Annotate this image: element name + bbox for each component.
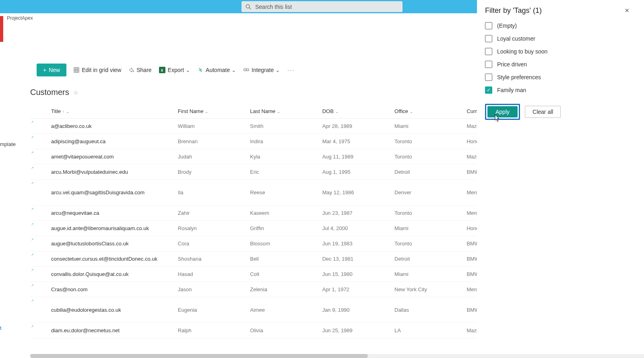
- edit-grid-view-button[interactable]: Edit in grid view: [74, 67, 121, 73]
- cell-office: Detroit: [391, 251, 463, 267]
- cell-last-name: Eric: [247, 165, 319, 180]
- cell-title[interactable]: ↗arcu.Morbi@vulputateduinec.edu: [30, 165, 175, 180]
- scrollbar-thumb[interactable]: [30, 354, 368, 358]
- chevron-down-icon: ⌄: [66, 109, 69, 114]
- cell-first-name: Shoshana: [175, 251, 247, 267]
- cell-last-name: Blossom: [247, 236, 319, 251]
- col-header-dob[interactable]: DOB⌄: [319, 104, 391, 119]
- cell-last-name: Olivia: [247, 323, 319, 338]
- checkbox[interactable]: [485, 74, 492, 81]
- cell-last-name: Kaseem: [247, 206, 319, 221]
- leftnav-item-template[interactable]: mplate: [0, 139, 16, 150]
- svg-line-1: [249, 8, 251, 9]
- col-header-last-name[interactable]: Last Name⌄: [247, 104, 319, 119]
- chevron-down-icon: ⌄: [186, 67, 190, 73]
- horizontal-scrollbar[interactable]: [30, 354, 644, 358]
- chevron-down-icon: ⌄: [277, 109, 280, 114]
- filter-option-label: Looking to buy soon: [497, 48, 547, 55]
- checkbox[interactable]: [485, 61, 492, 68]
- svg-rect-8: [247, 69, 249, 71]
- cell-first-name: Eugenia: [175, 297, 247, 323]
- cell-last-name: Bell: [247, 251, 319, 267]
- cell-dob: Jun 25, 1989: [319, 323, 391, 338]
- cell-title[interactable]: ↗arcu.vel.quam@sagittisDuisgravida.com: [30, 180, 175, 206]
- cell-office: LA: [391, 323, 463, 338]
- col-header-first-name[interactable]: First Name⌄: [175, 104, 247, 119]
- share-button[interactable]: Share: [128, 67, 151, 73]
- chevron-down-icon: ⌄: [335, 109, 339, 114]
- cell-office: Miami: [391, 119, 463, 134]
- filter-option[interactable]: Style preferences: [485, 71, 636, 84]
- checkbox[interactable]: [485, 35, 492, 42]
- checkbox[interactable]: [485, 22, 492, 29]
- search-icon: [246, 4, 251, 10]
- checkbox[interactable]: [485, 48, 492, 55]
- filter-option[interactable]: Loyal customer: [485, 32, 636, 45]
- export-label: Export: [168, 67, 184, 73]
- leftnav-item-bottom[interactable]: t: [0, 323, 16, 333]
- cell-office: Dallas: [391, 297, 463, 323]
- automate-button[interactable]: Automate ⌄: [198, 67, 236, 73]
- cell-title[interactable]: ↗convallis.dolor.Quisque@at.co.uk: [30, 267, 175, 282]
- cell-dob: Aug 11, 1989: [319, 149, 391, 165]
- col-header-title[interactable]: Title↑⌄: [30, 104, 175, 119]
- cell-first-name: William: [175, 119, 247, 134]
- cell-dob: Jan 9, 1990: [319, 297, 391, 323]
- cell-first-name: Hasad: [175, 267, 247, 282]
- site-logo-fragment: [0, 16, 3, 42]
- apply-button[interactable]: Apply: [487, 106, 518, 117]
- cell-office: Detroit: [391, 165, 463, 180]
- checkbox[interactable]: [485, 86, 492, 94]
- search-input[interactable]: Search this list: [242, 1, 402, 12]
- export-button[interactable]: x Export ⌄: [159, 67, 190, 73]
- integrate-button[interactable]: Integrate ⌄: [244, 67, 280, 73]
- cell-title[interactable]: ↗adipiscing@augueut.ca: [30, 134, 175, 149]
- cell-first-name: Ila: [175, 180, 247, 206]
- site-name[interactable]: ProjectApex: [7, 15, 33, 21]
- cell-last-name: Colt: [247, 267, 319, 282]
- sort-asc-icon: ↑: [62, 109, 64, 114]
- cell-title[interactable]: ↗consectetuer.cursus.et@tinciduntDonec.c…: [30, 251, 175, 267]
- cell-dob: Apr 1, 1972: [319, 282, 391, 297]
- filter-panel-header: Filter by 'Tags' (1) ✕: [485, 4, 636, 19]
- cell-office: New York City: [391, 282, 463, 297]
- apply-button-highlight: Apply: [485, 104, 520, 120]
- cell-office: Toronto: [391, 206, 463, 221]
- plus-icon: +: [43, 67, 46, 73]
- new-button[interactable]: + New: [37, 64, 66, 76]
- cell-title[interactable]: ↗a@aclibero.co.uk: [30, 119, 175, 134]
- filter-option[interactable]: Looking to buy soon: [485, 45, 636, 58]
- filter-panel-title: Filter by 'Tags' (1): [485, 6, 542, 15]
- filter-option[interactable]: Family man: [485, 84, 636, 97]
- cell-title[interactable]: ↗arcu@nequevitae.ca: [30, 206, 175, 221]
- cell-office: Miami: [391, 221, 463, 236]
- close-icon[interactable]: ✕: [618, 6, 636, 15]
- cell-title[interactable]: ↗augue@luctuslobortisClass.co.uk: [30, 236, 175, 251]
- svg-rect-7: [244, 69, 246, 71]
- cell-first-name: Cora: [175, 236, 247, 251]
- cell-dob: Aug 1, 1995: [319, 165, 391, 180]
- chevron-down-icon: ⌄: [205, 109, 208, 114]
- integrate-label: Integrate: [252, 67, 274, 73]
- cell-title[interactable]: ↗cubilia@eudoloregestas.co.uk: [30, 297, 175, 323]
- cell-office: Toronto: [391, 149, 463, 165]
- more-button[interactable]: ···: [287, 67, 295, 73]
- new-label: New: [49, 67, 60, 73]
- cell-title[interactable]: ↗diam.eu.dolor@necmetus.net: [30, 323, 175, 338]
- cell-title[interactable]: ↗amet@vitaeposuereat.com: [30, 149, 175, 165]
- edit-grid-label: Edit in grid view: [82, 67, 121, 73]
- favorite-star-icon[interactable]: ☆: [73, 89, 78, 96]
- cell-dob: Jun 19, 1983: [319, 236, 391, 251]
- left-nav-fragment: mplate t: [0, 139, 16, 333]
- filter-option[interactable]: Price driven: [485, 58, 636, 71]
- col-header-office[interactable]: Office⌄: [391, 104, 463, 119]
- clear-all-button[interactable]: Clear all: [525, 106, 561, 118]
- chevron-down-icon: ⌄: [410, 109, 413, 114]
- cell-title[interactable]: ↗Cras@non.com: [30, 282, 175, 297]
- cell-title[interactable]: ↗augue.id.ante@liberomaurisaliquam.co.uk: [30, 221, 175, 236]
- search-placeholder: Search this list: [255, 4, 292, 10]
- filter-option-label: Style preferences: [497, 74, 541, 80]
- cell-office: Toronto: [391, 236, 463, 251]
- filter-option[interactable]: (Empty): [485, 19, 636, 32]
- cell-first-name: Ralph: [175, 323, 247, 338]
